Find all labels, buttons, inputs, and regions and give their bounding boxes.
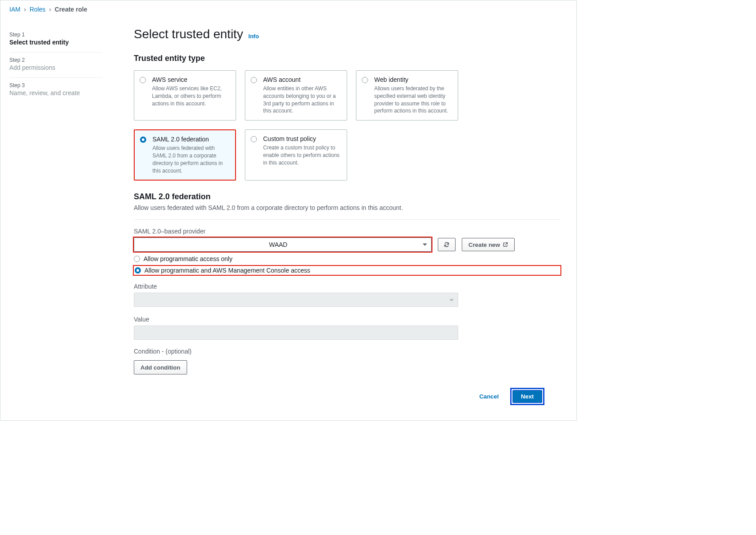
- radio-icon: [134, 256, 140, 262]
- wizard-step-3[interactable]: Step 3 Name, review, and create: [9, 78, 103, 103]
- attribute-select: [134, 293, 458, 307]
- access-option-programmatic-and-console[interactable]: Allow programmatic and AWS Management Co…: [134, 266, 560, 275]
- next-button-highlight: Next: [510, 388, 544, 405]
- entity-desc: Allow entities in other AWS accounts bel…: [263, 85, 341, 115]
- wizard-step-1[interactable]: Step 1 Select trusted entity: [9, 27, 103, 52]
- entity-title: AWS service: [152, 76, 230, 83]
- step-title: Add permissions: [9, 64, 103, 71]
- entity-desc: Allow AWS services like EC2, Lambda, or …: [152, 85, 230, 107]
- entity-option-aws-service[interactable]: AWS service Allow AWS services like EC2,…: [134, 70, 236, 121]
- saml-heading: SAML 2.0 federation: [134, 192, 560, 201]
- provider-label: SAML 2.0–based provider: [134, 228, 560, 235]
- radio-icon: [251, 136, 257, 142]
- step-label: Step 3: [9, 82, 103, 88]
- step-label: Step 2: [9, 57, 103, 63]
- entity-title: Web identity: [374, 76, 452, 83]
- wizard-steps-sidebar: Step 1 Select trusted entity Step 2 Add …: [0, 16, 103, 410]
- saml-desc: Allow users federated with SAML 2.0 from…: [134, 204, 560, 220]
- radio-icon: [140, 77, 146, 83]
- add-condition-button[interactable]: Add condition: [134, 360, 187, 374]
- cancel-button[interactable]: Cancel: [474, 388, 504, 405]
- access-option-label: Allow programmatic access only: [144, 255, 232, 262]
- entity-desc: Allow users federated with SAML 2.0 from…: [152, 145, 230, 174]
- saml-provider-select[interactable]: WAAD: [134, 237, 432, 252]
- chevron-down-icon: [449, 299, 454, 302]
- chevron-right-icon: ›: [24, 6, 26, 13]
- refresh-icon: [444, 241, 450, 248]
- entity-desc: Create a custom trust policy to enable o…: [263, 144, 341, 166]
- radio-icon: [362, 77, 368, 83]
- entity-type-heading: Trusted entity type: [134, 54, 560, 63]
- entity-option-custom-trust-policy[interactable]: Custom trust policy Create a custom trus…: [245, 129, 347, 181]
- value-label: Value: [134, 316, 560, 323]
- access-option-programmatic-only[interactable]: Allow programmatic access only: [134, 255, 560, 262]
- breadcrumb-current: Create role: [55, 6, 87, 13]
- wizard-step-2[interactable]: Step 2 Add permissions: [9, 52, 103, 78]
- step-title: Name, review, and create: [9, 89, 103, 97]
- value-input: [134, 326, 458, 340]
- radio-icon: [135, 267, 141, 274]
- create-new-label: Create new: [468, 241, 500, 248]
- entity-title: Custom trust policy: [263, 135, 341, 142]
- entity-option-web-identity[interactable]: Web identity Allows users federated by t…: [356, 70, 458, 121]
- breadcrumb: IAM › Roles › Create role: [0, 0, 576, 16]
- saml-provider-select-wrap: WAAD: [134, 237, 432, 252]
- entity-title: SAML 2.0 federation: [152, 136, 230, 143]
- entity-option-saml-federation[interactable]: SAML 2.0 federation Allow users federate…: [134, 129, 236, 181]
- breadcrumb-roles[interactable]: Roles: [30, 6, 46, 13]
- external-link-icon: [503, 242, 508, 247]
- entity-desc: Allows users federated by the specified …: [374, 85, 452, 115]
- next-button[interactable]: Next: [512, 390, 542, 403]
- entity-option-aws-account[interactable]: AWS account Allow entities in other AWS …: [245, 70, 347, 121]
- step-label: Step 1: [9, 32, 103, 38]
- chevron-down-icon: [423, 244, 427, 246]
- radio-icon: [251, 77, 257, 83]
- refresh-button[interactable]: [438, 238, 456, 251]
- chevron-right-icon: ›: [49, 6, 51, 13]
- info-link[interactable]: Info: [248, 33, 259, 40]
- create-new-button[interactable]: Create new: [462, 238, 515, 251]
- access-option-label: Allow programmatic and AWS Management Co…: [144, 267, 310, 274]
- attribute-label: Attribute: [134, 283, 560, 290]
- page-title: Select trusted entity: [134, 27, 243, 41]
- condition-label: Condition - (optional): [134, 348, 560, 355]
- step-title: Select trusted entity: [9, 39, 103, 46]
- radio-icon: [140, 137, 146, 143]
- entity-title: AWS account: [263, 76, 341, 83]
- breadcrumb-iam[interactable]: IAM: [9, 6, 20, 13]
